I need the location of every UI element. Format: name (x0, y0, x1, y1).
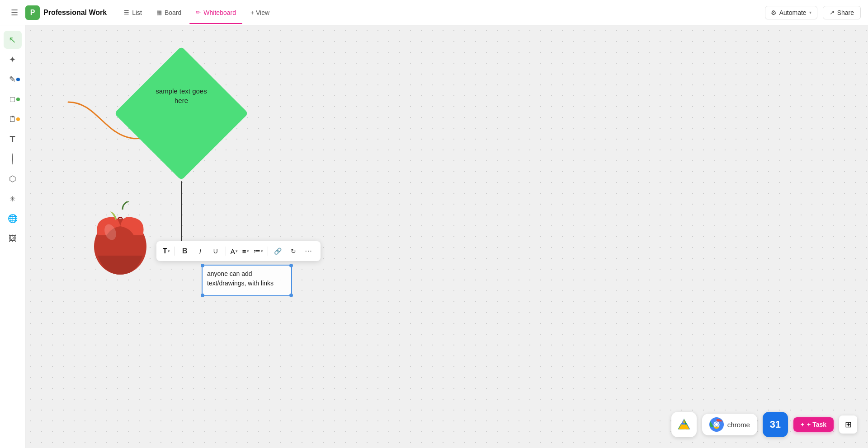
handle-br[interactable] (289, 294, 293, 297)
tab-whiteboard[interactable]: ✏ Whiteboard (189, 5, 242, 20)
list-button[interactable]: ≔ ▾ (252, 244, 265, 258)
pen-icon: ✎ (9, 75, 16, 84)
align-button[interactable]: ≡ ▾ (241, 244, 251, 258)
calendar-date: 31 (770, 419, 781, 430)
whiteboard-canvas[interactable]: sample text goeshere T ▾ (25, 25, 868, 448)
handle-bl[interactable] (201, 294, 204, 297)
menu-icon[interactable]: ☰ (7, 8, 22, 18)
shape-icon: □ (10, 95, 15, 104)
refresh-button[interactable]: ↻ (286, 244, 301, 258)
pen-dot (16, 78, 20, 81)
ai-icon: ✦ (9, 55, 16, 65)
more-button[interactable]: ··· (302, 244, 316, 258)
image-icon: 🖼 (9, 234, 17, 243)
link-button[interactable]: 🔗 (271, 244, 285, 258)
underline-button[interactable]: U (208, 244, 223, 258)
italic-button[interactable]: I (193, 244, 208, 258)
tab-list-label: List (132, 9, 142, 16)
project-name: Professional Work (43, 9, 107, 17)
text-box[interactable]: anyone can add text/drawings, with links (202, 265, 292, 296)
note-dot (16, 117, 20, 121)
app-logo: P (25, 5, 40, 20)
topnav-right: ⚙ Automate ▾ ↗ Share (765, 6, 861, 19)
font-size-button[interactable]: A ▾ (229, 244, 240, 258)
line-icon: ╱ (8, 154, 17, 165)
tool-image[interactable]: 🖼 (4, 229, 22, 247)
apps-grid-icon: ⊞ (845, 420, 852, 429)
tool-select[interactable]: ↖ (4, 31, 22, 49)
left-toolbar: ↖ ✦ ✎ □ 🗒 T ╱ ⬡ ✳ 🌐 🖼 (0, 25, 25, 448)
diamond-fill (114, 47, 249, 181)
tool-line[interactable]: ╱ (4, 150, 22, 168)
diamond-shape[interactable]: sample text goeshere (123, 50, 240, 181)
list-chevron-icon: ▾ (261, 249, 263, 253)
share-button[interactable]: ↗ Share (823, 6, 861, 19)
separator-3 (268, 247, 268, 256)
font-size-icon: A (231, 247, 235, 255)
board-icon: ▦ (156, 9, 162, 16)
vertical-connector (181, 181, 182, 251)
apple-image (84, 201, 156, 278)
tab-view-label: + View (250, 9, 269, 16)
automate-label: Automate (779, 9, 807, 16)
nav-tabs: ☰ List ▦ Board ✏ Whiteboard + View (118, 5, 765, 20)
automate-button[interactable]: ⚙ Automate ▾ (765, 6, 817, 19)
add-task-icon: + (801, 421, 804, 428)
text-box-content: anyone can add text/drawings, with links (207, 269, 287, 288)
share-icon: ↗ (830, 9, 835, 16)
note-icon: 🗒 (9, 115, 17, 124)
add-task-label: + Task (807, 421, 826, 428)
tool-text[interactable]: T (4, 130, 22, 148)
top-navigation: ☰ P Professional Work ☰ List ▦ Board ✏ W… (0, 0, 868, 25)
tab-board[interactable]: ▦ Board (150, 5, 188, 20)
text-size-icon: T (163, 247, 167, 255)
text-size-chevron-icon: ▾ (168, 249, 170, 253)
google-calendar-app[interactable]: 31 (763, 412, 788, 437)
automate-icon: ⚙ (771, 9, 777, 16)
taskbar: chrome 31 + + Task ⊞ (671, 412, 857, 437)
share-label: Share (837, 9, 854, 16)
font-size-chevron-icon: ▾ (236, 249, 238, 253)
google-chrome-app[interactable]: chrome (702, 414, 757, 435)
bold-button[interactable]: B (178, 244, 192, 258)
google-drive-app[interactable] (671, 412, 697, 437)
text-formatting-toolbar: T ▾ B I U A ▾ ≡ ▾ ≔ ▾ 🔗 ↻ ··· (156, 241, 321, 261)
tool-note[interactable]: 🗒 (4, 110, 22, 128)
magic-icon: ✳ (9, 195, 15, 203)
shape-dot (16, 98, 20, 101)
align-icon: ≡ (242, 247, 246, 255)
list-icon: ☰ (124, 9, 129, 16)
text-icon: T (9, 134, 15, 145)
text-size-button[interactable]: T ▾ (161, 244, 172, 258)
tool-globe[interactable]: 🌐 (4, 210, 22, 228)
separator-1 (175, 247, 175, 256)
tab-board-label: Board (165, 9, 181, 16)
tool-shape[interactable]: □ (4, 90, 22, 108)
add-task-button[interactable]: + + Task (793, 417, 834, 432)
select-icon: ↖ (9, 34, 16, 45)
globe-icon: 🌐 (8, 214, 18, 224)
handle-tr[interactable] (289, 264, 293, 267)
chrome-label: chrome (727, 421, 750, 429)
tool-diagram[interactable]: ⬡ (4, 170, 22, 188)
tool-pen[interactable]: ✎ (4, 70, 22, 89)
whiteboard-icon: ✏ (196, 9, 201, 16)
diagram-icon: ⬡ (9, 174, 16, 184)
list-icon: ≔ (254, 247, 260, 255)
align-chevron-icon: ▾ (247, 249, 249, 253)
handle-tl[interactable] (201, 264, 204, 267)
tool-magic[interactable]: ✳ (4, 190, 22, 208)
svg-point-8 (715, 423, 718, 426)
tab-whiteboard-label: Whiteboard (203, 9, 236, 16)
automate-chevron-icon: ▾ (809, 10, 811, 15)
separator-2 (226, 247, 226, 256)
apps-grid-button[interactable]: ⊞ (839, 415, 857, 434)
tab-view[interactable]: + View (244, 5, 276, 20)
tab-list[interactable]: ☰ List (118, 5, 148, 20)
tool-ai[interactable]: ✦ (4, 51, 22, 69)
